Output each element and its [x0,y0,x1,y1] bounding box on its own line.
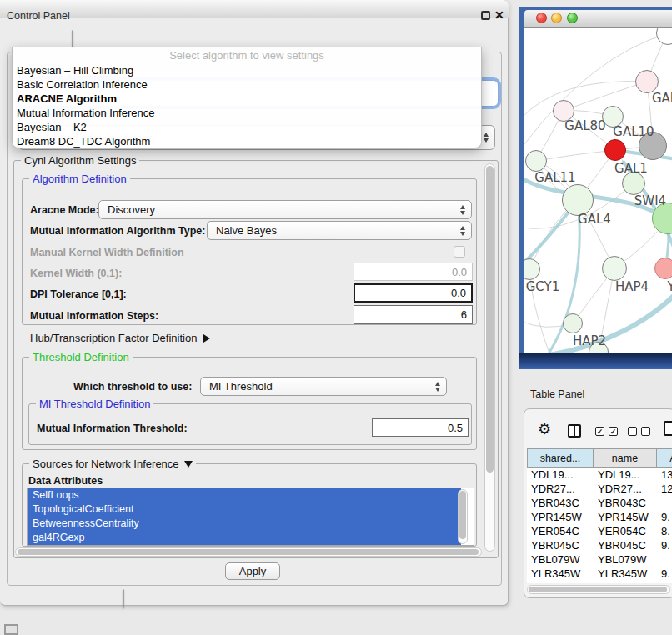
data-attribute-item[interactable]: SelfLoops [28,488,461,502]
mi-type-combo[interactable]: Naive Bayes [207,221,472,240]
tab-impute-data[interactable]: Impute Data [123,590,124,602]
combo-value: Naive Bayes [216,224,277,237]
network-edge[interactable] [536,150,615,161]
table-cell[interactable] [657,496,672,510]
table-cell[interactable]: YBR045C [527,538,594,552]
algorithm-option[interactable]: Bayesian – Hill Climbing [13,63,481,78]
unchecked-pair-icon[interactable] [628,427,650,436]
column-header-a[interactable]: A [657,448,672,468]
network-node[interactable] [563,313,583,333]
table-hscrollbar-thumb[interactable] [529,587,667,592]
minimize-traffic-light-icon[interactable] [551,12,562,23]
which-threshold-label: Which threshold to use: [73,381,192,392]
algorithm-option[interactable]: Bayesian – K2 [13,120,481,134]
table-cell[interactable]: YDR27... [527,482,594,496]
docked-panel-icon[interactable] [4,624,18,635]
table-cell[interactable]: YDL19... [594,468,657,482]
column-header-name[interactable]: name [594,448,657,468]
close-window-icon[interactable]: ✕ [494,8,504,22]
tab-jactivemnodules[interactable]: jActiveMNodules [73,31,73,42]
table-cell[interactable]: 13 [657,468,672,482]
table-cell[interactable]: YPR145W [594,510,657,524]
data-attribute-item[interactable]: TopologicalCoefficient [28,502,461,517]
table-cell[interactable]: YBR043C [527,496,594,510]
table-cell[interactable]: YBL079W [527,552,594,567]
settings-hscrollbar-thumb[interactable] [18,549,479,555]
table-cell[interactable]: YBL079W [594,552,657,567]
table-cell[interactable]: YIL052C [594,581,657,583]
algorithm-option[interactable]: Dream8 DC_TDC Algorithm [13,134,481,148]
apply-button[interactable]: Apply [225,562,280,580]
mi-steps-field[interactable]: 6 [354,305,473,324]
tab-infer-network[interactable]: Infer Network [123,590,124,602]
tab-select[interactable]: Select [73,31,73,42]
table-cell[interactable]: 9. [657,538,672,552]
table-row[interactable]: YBR045CYBR045C9. [527,538,672,552]
dpi-tolerance-field[interactable]: 0.0 [354,283,473,302]
algorithm-option[interactable]: Basic Correlation Inference [13,78,481,92]
table-cell[interactable] [657,552,672,567]
gear-icon[interactable]: ⚙ [538,420,551,438]
table-row[interactable]: YDL19...YDL19...13 [527,468,672,482]
network-canvas[interactable]: GALGAL80GAL10GAL1GAL11SWI4GAL4GCY1HAP4YH… [524,28,672,353]
table-cell[interactable]: YER054C [527,524,594,538]
network-edge[interactable] [524,82,647,119]
hub-definition-label: Hub/Transcription Factor Definition [30,332,197,344]
tab-style[interactable]: Style [73,31,73,42]
table-row[interactable]: YIL052CYIL052C9. [527,581,672,583]
table-row[interactable]: YPR145WYPR145W9. [527,510,672,524]
mi-threshold-field[interactable]: 0.5 [372,418,469,437]
kernel-width-field: 0.0 [354,262,473,281]
table-row[interactable]: YBR043CYBR043C [527,496,672,510]
table-cell[interactable]: YBR043C [594,496,657,510]
table-row[interactable]: YBL079WYBL079W [527,552,672,567]
table-cell[interactable]: 9. [657,567,672,581]
close-traffic-light-icon[interactable] [536,12,547,23]
settings-scrollbar-thumb[interactable] [486,166,494,472]
table-cell[interactable]: YPR145W [527,510,594,524]
document-icon[interactable] [664,421,672,436]
table-cell[interactable]: YBR045C [594,538,657,552]
table-cell[interactable]: YDR27... [594,482,657,496]
field-value: 0.0 [451,287,466,299]
network-node[interactable] [654,258,672,279]
tab-network[interactable]: Network [73,31,73,42]
table-cell[interactable]: 9. [657,581,672,583]
column-header-shared[interactable]: shared... [527,448,594,468]
table-cell[interactable]: 12 [657,482,672,496]
network-node[interactable] [635,70,659,93]
tab-discretize-data[interactable]: Discretize Data [123,590,124,602]
table-cell[interactable]: 9. [657,510,672,524]
table-row[interactable]: YLR345WYLR345W9. [527,567,672,581]
control-panel-titlebar[interactable] [0,0,509,18]
network-node[interactable] [602,256,627,281]
data-attribute-item[interactable]: BetweennessCentrality [28,517,461,531]
network-node[interactable] [604,139,626,161]
data-attributes-listbox[interactable]: SelfLoopsTopologicalCoefficientBetweenne… [27,488,474,546]
which-threshold-combo[interactable]: MI Threshold [200,377,447,396]
table-cell[interactable]: YIL052C [527,581,594,583]
zoom-traffic-light-icon[interactable] [567,12,578,23]
algorithm-options-list: Bayesian – Hill ClimbingBasic Correlatio… [13,63,481,148]
checked-pair-icon[interactable]: ✓✓ [595,427,618,436]
table-cell[interactable]: 8. [657,524,672,538]
aracne-mode-combo[interactable]: Discovery [98,200,472,219]
sources-expander[interactable]: Sources for Network Inference [29,458,196,470]
table-cell[interactable]: YDL19... [527,468,594,482]
network-node[interactable] [525,150,547,172]
listbox-scrollbar-thumb[interactable] [459,491,466,539]
network-edge[interactable] [564,82,647,111]
float-window-icon[interactable] [481,11,490,20]
hub-definition-expander[interactable]: Hub/Transcription Factor Definition [30,332,210,344]
algorithm-option[interactable]: Mutual Information Inference [13,106,481,120]
table-row[interactable]: YDR27...YDR27...12 [527,482,672,496]
algorithm-option[interactable]: ARACNE Algorithm [13,92,481,106]
table-cell[interactable]: YER054C [594,524,657,538]
columns-icon[interactable] [568,424,581,438]
table-cell[interactable]: YLR345W [527,567,594,581]
data-attribute-item[interactable]: gal4RGexp [28,531,461,545]
table-cell[interactable]: YLR345W [594,567,657,581]
table-rows: YDL19...YDL19...13YDR27...YDR27...12YBR0… [527,468,672,583]
table-row[interactable]: YER054CYER054C8. [527,524,672,538]
tab-cyni-toolbox[interactable]: Cyni Toolbox [73,31,73,42]
